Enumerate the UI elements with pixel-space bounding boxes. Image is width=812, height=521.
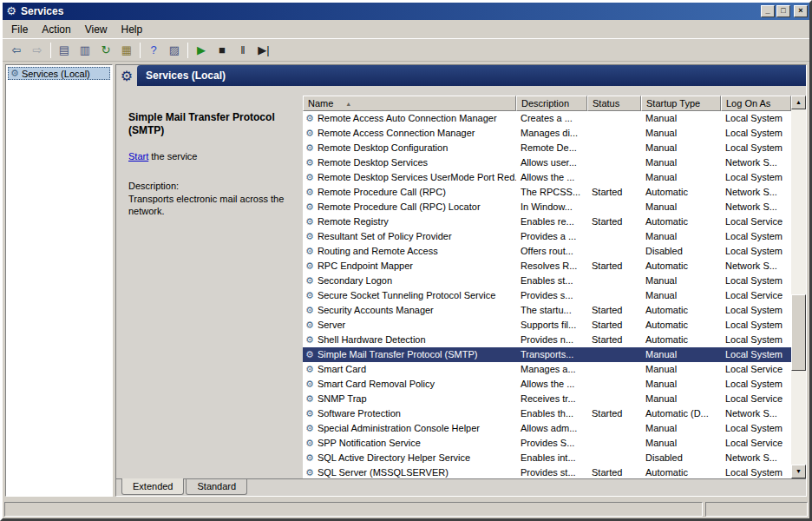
- cell-description: Allows the ...: [516, 377, 587, 392]
- scroll-up-button[interactable]: ▲: [791, 96, 806, 109]
- cell-name: ⚙SQL Active Directory Helper Service: [303, 451, 516, 465]
- column-header-name[interactable]: Name▲: [303, 96, 516, 111]
- table-row[interactable]: ⚙Remote Access Connection ManagerManages…: [303, 126, 791, 141]
- table-row[interactable]: ⚙Shell Hardware DetectionProvides n...St…: [303, 333, 791, 347]
- table-row[interactable]: ⚙SQL Active Directory Helper ServiceEnab…: [303, 451, 791, 465]
- scrollbar-thumb[interactable]: [791, 294, 806, 371]
- service-name: Software Protection: [318, 406, 401, 421]
- toolbar-separator: [50, 43, 51, 58]
- cell-startup-type: Automatic: [641, 465, 721, 478]
- cell-log-on-as: Local Service: [721, 362, 791, 377]
- table-row[interactable]: ⚙Security Accounts ManagerThe startu...S…: [303, 303, 791, 318]
- menu-file[interactable]: File: [4, 22, 35, 37]
- service-gear-icon: ⚙: [305, 421, 314, 436]
- cell-log-on-as: Network S...: [721, 155, 791, 170]
- cell-log-on-as: Local System: [721, 421, 791, 436]
- gear-icon: ⚙: [116, 65, 137, 86]
- cell-description: Allows the ...: [516, 170, 587, 185]
- cell-log-on-as: Local System: [721, 274, 791, 288]
- table-row[interactable]: ⚙Resultant Set of Policy ProviderProvide…: [303, 229, 791, 244]
- tab-extended[interactable]: Extended: [121, 478, 184, 495]
- cell-startup-type: Manual: [641, 126, 721, 141]
- column-label: Description: [521, 98, 569, 109]
- cell-log-on-as: Network S...: [721, 406, 791, 421]
- table-row[interactable]: ⚙Simple Mail Transfer Protocol (SMTP)Tra…: [303, 347, 791, 362]
- column-label: Log On As: [726, 98, 770, 109]
- scrollbar-track[interactable]: [791, 109, 806, 465]
- table-row[interactable]: ⚙Special Administration Console HelperAl…: [303, 421, 791, 436]
- service-gear-icon: ⚙: [305, 185, 314, 200]
- table-column-wrap: Name▲DescriptionStatusStartup TypeLog On…: [303, 96, 791, 478]
- cell-description: Offers rout...: [516, 244, 587, 259]
- table-header: Name▲DescriptionStatusStartup TypeLog On…: [303, 96, 791, 111]
- cell-status: [587, 126, 641, 141]
- show-hide-console-tree-icon: ▤: [59, 41, 69, 60]
- cell-name: ⚙SPP Notification Service: [303, 436, 516, 451]
- table-row[interactable]: ⚙Secondary LogonEnables st...ManualLocal…: [303, 274, 791, 288]
- menu-action[interactable]: Action: [35, 22, 77, 37]
- pause-service-button[interactable]: ‖: [232, 41, 253, 60]
- table-row[interactable]: ⚙Remote Procedure Call (RPC)The RPCSS...…: [303, 185, 791, 200]
- cell-startup-type: Manual: [641, 436, 721, 451]
- table-row[interactable]: ⚙RPC Endpoint MapperResolves R...Started…: [303, 259, 791, 274]
- table-row[interactable]: ⚙Secure Socket Tunneling Protocol Servic…: [303, 288, 791, 303]
- cell-status: Started: [587, 185, 641, 200]
- menu-help[interactable]: Help: [115, 22, 150, 37]
- show-hide-action-pane-button[interactable]: ▨: [164, 41, 185, 60]
- app-gear-icon[interactable]: ⚙: [4, 4, 18, 18]
- forward-button[interactable]: ⇨: [27, 41, 48, 60]
- minimize-button[interactable]: _: [761, 5, 775, 17]
- table-row[interactable]: ⚙SPP Notification ServiceProvides S...Ma…: [303, 436, 791, 451]
- cell-description: Allows adm...: [516, 421, 587, 436]
- table-row[interactable]: ⚙ServerSupports fil...StartedAutomaticLo…: [303, 318, 791, 333]
- cell-status: [587, 436, 641, 451]
- cell-status: [587, 141, 641, 155]
- help-button[interactable]: ?: [143, 41, 164, 60]
- cell-status: Started: [587, 333, 641, 347]
- tab-standard[interactable]: Standard: [186, 479, 247, 495]
- table-row[interactable]: ⚙Remote Procedure Call (RPC) LocatorIn W…: [303, 200, 791, 214]
- services-table: Name▲DescriptionStatusStartup TypeLog On…: [303, 96, 806, 478]
- properties-button[interactable]: ▥: [75, 41, 95, 60]
- window-title: Services: [21, 5, 759, 17]
- cell-status: [587, 229, 641, 244]
- column-header-status[interactable]: Status: [587, 96, 641, 111]
- table-row[interactable]: ⚙Smart Card Removal PolicyAllows the ...…: [303, 377, 791, 392]
- table-row[interactable]: ⚙Remote Desktop ServicesAllows user...Ma…: [303, 155, 791, 170]
- export-list-button[interactable]: ▦: [116, 41, 137, 60]
- stop-service-button[interactable]: ■: [212, 41, 232, 60]
- tree-item-services-local[interactable]: ⚙ Services (Local): [8, 67, 110, 80]
- start-service-icon: ▶: [197, 41, 206, 60]
- restart-service-button[interactable]: ▶|: [253, 41, 274, 60]
- cell-log-on-as: Local System: [721, 126, 791, 141]
- close-button[interactable]: ×: [794, 5, 808, 17]
- menu-view[interactable]: View: [78, 22, 115, 37]
- start-service-button[interactable]: ▶: [191, 41, 212, 60]
- maximize-button[interactable]: □: [776, 5, 790, 17]
- cell-log-on-as: Local System: [721, 377, 791, 392]
- cell-log-on-as: Network S...: [721, 451, 791, 465]
- column-header-startup-type[interactable]: Startup Type: [641, 96, 721, 111]
- table-row[interactable]: ⚙Remote Desktop ConfigurationRemote De..…: [303, 141, 791, 155]
- cell-name: ⚙SQL Server (MSSQLSERVER): [303, 465, 516, 478]
- start-service-link[interactable]: Start: [128, 151, 148, 162]
- table-row[interactable]: ⚙SNMP TrapReceives tr...ManualLocal Serv…: [303, 392, 791, 406]
- table-row[interactable]: ⚙Remote RegistryEnables re...StartedAuto…: [303, 214, 791, 229]
- table-row[interactable]: ⚙SQL Server (MSSQLSERVER)Provides st...S…: [303, 465, 791, 478]
- show-hide-console-tree-button[interactable]: ▤: [54, 41, 75, 60]
- cell-startup-type: Manual: [641, 200, 721, 214]
- table-row[interactable]: ⚙Software ProtectionEnables th...Started…: [303, 406, 791, 421]
- column-header-description[interactable]: Description: [516, 96, 587, 111]
- table-row[interactable]: ⚙Routing and Remote AccessOffers rout...…: [303, 244, 791, 259]
- cell-status: [587, 155, 641, 170]
- table-row[interactable]: ⚙Remote Desktop Services UserMode Port R…: [303, 170, 791, 185]
- scroll-down-button[interactable]: ▼: [791, 465, 806, 478]
- table-row[interactable]: ⚙Remote Access Auto Connection ManagerCr…: [303, 111, 791, 126]
- column-header-log-on-as[interactable]: Log On As: [721, 96, 791, 111]
- refresh-button[interactable]: ↻: [95, 41, 116, 60]
- cell-status: [587, 288, 641, 303]
- table-row[interactable]: ⚙Smart CardManages a...ManualLocal Servi…: [303, 362, 791, 377]
- cell-log-on-as: Network S...: [721, 259, 791, 274]
- back-button[interactable]: ⇦: [6, 41, 27, 60]
- vertical-scrollbar[interactable]: ▲ ▼: [791, 96, 806, 478]
